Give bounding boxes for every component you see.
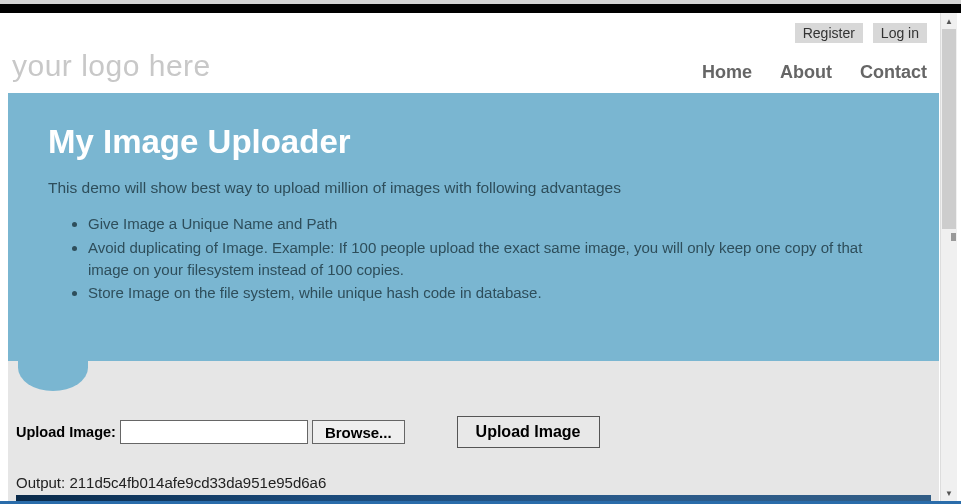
scrollbar-marker xyxy=(951,233,956,241)
hero-curve-decoration xyxy=(18,331,88,391)
content-area: Upload Image: Browse... Upload Image Out… xyxy=(8,361,939,501)
output-label: Output: xyxy=(16,474,69,491)
page-title: My Image Uploader xyxy=(48,123,899,161)
hero-bullet: Avoid duplicating of Image. Example: If … xyxy=(88,237,899,281)
register-link[interactable]: Register xyxy=(795,23,863,43)
hero-bullet: Store Image on the file system, while un… xyxy=(88,282,899,304)
hero-bullet: Give Image a Unique Name and Path xyxy=(88,213,899,235)
nav-home[interactable]: Home xyxy=(702,62,752,83)
scrollbar-thumb[interactable] xyxy=(942,29,956,229)
site-logo: your logo here xyxy=(12,49,211,83)
page-viewport: Register Log in your logo here Home Abou… xyxy=(8,13,939,501)
upload-form: Upload Image: Browse... Upload Image xyxy=(16,416,931,448)
nav-about[interactable]: About xyxy=(780,62,832,83)
output-value: 211d5c4fb014afe9cd33da951e95d6a6 xyxy=(69,474,326,491)
login-link[interactable]: Log in xyxy=(873,23,927,43)
output-line: Output: 211d5c4fb014afe9cd33da951e95d6a6 xyxy=(16,474,931,491)
vertical-scrollbar[interactable]: ▲ ▼ xyxy=(940,13,957,501)
upload-button[interactable]: Upload Image xyxy=(457,416,600,448)
header: your logo here Home About Contact xyxy=(8,49,939,93)
hero-banner: My Image Uploader This demo will show be… xyxy=(8,93,939,361)
browser-chrome-bar xyxy=(0,0,961,13)
hero-subtitle: This demo will show best way to upload m… xyxy=(48,179,899,197)
hero-bullet-list: Give Image a Unique Name and Path Avoid … xyxy=(48,213,899,304)
nav-contact[interactable]: Contact xyxy=(860,62,927,83)
main-nav: Home About Contact xyxy=(702,62,927,83)
file-path-input[interactable] xyxy=(120,420,308,444)
auth-links: Register Log in xyxy=(8,13,939,49)
browse-button[interactable]: Browse... xyxy=(312,420,405,444)
scroll-down-arrow-icon[interactable]: ▼ xyxy=(941,485,957,501)
scroll-up-arrow-icon[interactable]: ▲ xyxy=(941,13,957,29)
upload-label: Upload Image: xyxy=(16,424,116,440)
